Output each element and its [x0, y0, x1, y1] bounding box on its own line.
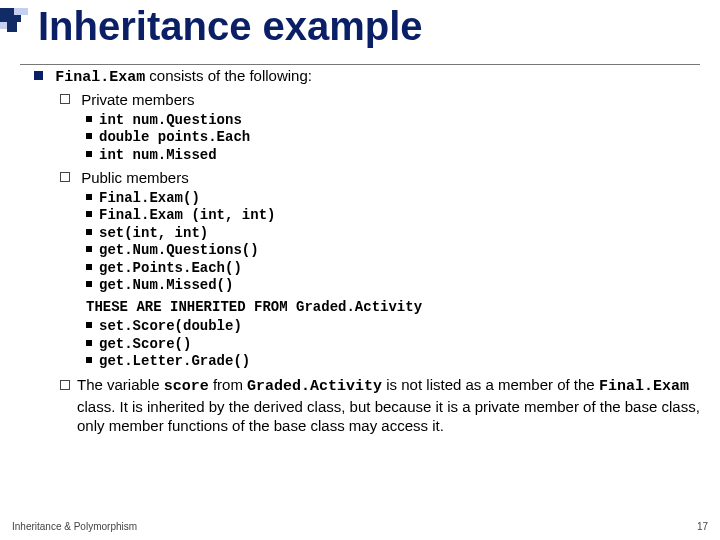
score-note: The variable score from Graded.Activity …	[60, 375, 702, 436]
lead-bullet: Final.Exam consists of the following: Pr…	[34, 66, 702, 436]
footer-topic: Inheritance & Polymorphism	[12, 521, 137, 532]
lead-code: Final.Exam	[55, 69, 145, 86]
public-item: get.Score()	[86, 336, 702, 354]
private-item: int num.Missed	[86, 147, 702, 165]
decorative-squares	[0, 8, 30, 42]
private-members-label: Private members	[81, 91, 194, 108]
lead-text: consists of the following:	[145, 67, 312, 84]
note-text: class. It is inherited by the derived cl…	[77, 398, 700, 435]
public-item: Final.Exam()	[86, 190, 702, 208]
private-members-heading: Private members int num.Questions double…	[60, 90, 702, 164]
public-item: set(int, int)	[86, 225, 702, 243]
public-item: set.Score(double)	[86, 318, 702, 336]
private-item: double points.Each	[86, 129, 702, 147]
note-text: is not listed as a member of the	[386, 376, 599, 393]
note-text: The variable	[77, 376, 164, 393]
note-code: Graded.Activity	[247, 378, 382, 395]
public-item: get.Num.Questions()	[86, 242, 702, 260]
note-code: Final.Exam	[599, 378, 689, 395]
public-members-label: Public members	[81, 169, 189, 186]
private-item: int num.Questions	[86, 112, 702, 130]
note-text: from	[213, 376, 247, 393]
public-members-heading: Public members Final.Exam() Final.Exam (…	[60, 168, 702, 371]
inherited-note: THESE ARE INHERITED FROM Graded.Activity	[86, 299, 702, 317]
note-code: score	[164, 378, 209, 395]
public-item: get.Points.Each()	[86, 260, 702, 278]
slide-number: 17	[697, 521, 708, 532]
public-item: Final.Exam (int, int)	[86, 207, 702, 225]
public-item: get.Letter.Grade()	[86, 353, 702, 371]
title-rule	[20, 64, 700, 65]
public-item: get.Num.Missed()	[86, 277, 702, 295]
slide-body: Final.Exam consists of the following: Pr…	[34, 66, 702, 438]
slide-title: Inheritance example	[38, 4, 423, 49]
